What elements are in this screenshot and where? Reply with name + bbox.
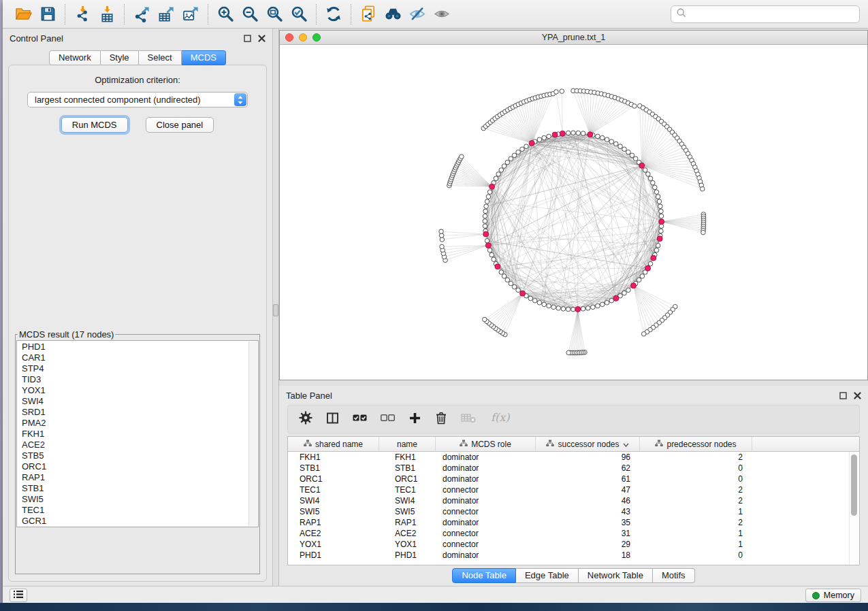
import-table-from-file-button[interactable] — [95, 3, 119, 26]
show-columns-button[interactable] — [326, 412, 339, 427]
zoom-out-button[interactable] — [238, 3, 262, 26]
mcds-result-item[interactable]: RAP1 — [22, 472, 258, 483]
float-table-panel-icon[interactable] — [839, 392, 847, 399]
mcds-result-item[interactable]: PHD1 — [22, 342, 258, 352]
tab-motifs[interactable]: Motifs — [653, 568, 695, 583]
mcds-result-item[interactable]: SWI5 — [22, 494, 258, 505]
table-row[interactable]: PHD1PHD1dominator180 — [288, 550, 859, 561]
mcds-result-item[interactable]: STB5 — [22, 450, 258, 461]
memory-button[interactable]: Memory — [805, 589, 861, 602]
column-label: name — [397, 440, 417, 449]
table-row[interactable]: STB1STB1dominator620 — [288, 463, 859, 474]
delete-column-button[interactable] — [435, 411, 447, 427]
task-history-button[interactable] — [10, 589, 27, 602]
horizontal-splitter[interactable] — [279, 380, 868, 386]
save-session-button[interactable] — [35, 3, 60, 26]
table-row[interactable]: YOX1YOX1connector291 — [288, 539, 859, 550]
column-header-successor-nodes[interactable]: successor nodes — [536, 437, 640, 451]
export-network-button[interactable] — [129, 3, 154, 26]
cell: 62 — [536, 463, 640, 473]
mcds-result-item[interactable]: ORC1 — [22, 461, 258, 472]
criterion-select[interactable]: largest connected component (undirected) — [27, 92, 248, 108]
cell: 47 — [536, 485, 640, 495]
search-input[interactable] — [690, 8, 854, 20]
search-field[interactable] — [671, 5, 860, 23]
tab-edge-table[interactable]: Edge Table — [516, 568, 579, 583]
window-zoom-button[interactable] — [312, 33, 321, 42]
tab-mcds[interactable]: MCDS — [182, 50, 226, 65]
table-row[interactable]: RAP1RAP1dominator352 — [288, 517, 859, 528]
mcds-result-item[interactable]: TID3 — [22, 374, 258, 385]
splitter-grip[interactable] — [273, 304, 278, 316]
tab-network[interactable]: Network — [49, 50, 101, 65]
show-all-hidden-button[interactable] — [430, 3, 454, 26]
run-mcds-button[interactable]: Run MCDS — [61, 117, 128, 133]
mcds-result-item[interactable]: YOX1 — [22, 385, 258, 396]
select-all-rows-button[interactable] — [353, 413, 367, 425]
export-table-button[interactable] — [154, 3, 178, 26]
table-scrollbar[interactable] — [849, 452, 858, 564]
tab-select[interactable]: Select — [139, 50, 182, 65]
scrollbar-thumb[interactable] — [851, 455, 857, 516]
control-panel-titlebar: Control Panel — [3, 29, 272, 46]
cell: 2 — [640, 452, 752, 462]
deselect-all-rows-button[interactable] — [381, 413, 395, 425]
close-panel-icon[interactable] — [258, 35, 266, 42]
mcds-result-item[interactable]: SRD1 — [22, 407, 258, 418]
network-canvas[interactable] — [280, 45, 867, 380]
window-close-button[interactable] — [285, 33, 293, 42]
table-row[interactable]: TEC1TEC1connector472 — [288, 484, 859, 495]
close-panel-button[interactable]: Close panel — [146, 117, 214, 133]
open-file-button[interactable] — [11, 3, 35, 26]
main-toolbar — [3, 0, 868, 29]
create-column-button[interactable] — [408, 412, 421, 427]
cell: ORC1 — [288, 474, 379, 484]
table-row[interactable]: ACE2ACE2connector311 — [288, 528, 859, 539]
mcds-result-item[interactable]: TEC1 — [22, 505, 258, 516]
mcds-result-item[interactable]: CAR1 — [22, 352, 258, 363]
close-table-panel-icon[interactable] — [854, 392, 861, 399]
clone-network-button[interactable] — [356, 3, 381, 26]
tab-node-table[interactable]: Node Table — [452, 568, 516, 583]
zoom-fit-content-button[interactable] — [262, 3, 287, 26]
result-list-scrollbar[interactable] — [248, 342, 257, 526]
tab-network-table[interactable]: Network Table — [579, 568, 653, 583]
import-network-from-file-button[interactable] — [70, 3, 95, 26]
table-row[interactable]: SWI5SWI5connector431 — [288, 506, 859, 517]
mcds-result-item[interactable]: FKH1 — [22, 429, 258, 440]
column-header-name[interactable]: name — [379, 437, 436, 451]
select-stepper-icon — [234, 93, 246, 106]
apply-preferred-layout-button[interactable] — [321, 3, 346, 26]
vertical-splitter[interactable] — [272, 29, 279, 586]
column-header-mcds-role[interactable]: MCDS role — [436, 437, 536, 451]
export-image-button[interactable] — [178, 3, 203, 26]
mcds-result-item[interactable]: PMA2 — [22, 418, 258, 429]
mcds-result-item[interactable]: GCR1 — [22, 516, 258, 527]
mcds-result-item[interactable]: SWI4 — [22, 396, 258, 407]
cell: 46 — [536, 496, 640, 506]
cell: dominator — [436, 474, 536, 484]
column-header-filler — [752, 437, 859, 451]
mcds-result-item[interactable]: STP4 — [22, 363, 258, 374]
mcds-result-item[interactable]: ACE2 — [22, 440, 258, 450]
tab-style[interactable]: Style — [101, 50, 139, 65]
mcds-result-item[interactable]: STB1 — [22, 483, 258, 494]
table-row[interactable]: ORC1ORC1dominator610 — [288, 474, 859, 484]
zoom-selected-region-button[interactable] — [287, 3, 311, 26]
first-neighbors-button[interactable] — [381, 3, 405, 26]
cell: connector — [436, 529, 536, 538]
network-graph[interactable] — [280, 45, 867, 380]
table-row[interactable]: SWI4SWI4dominator462 — [288, 495, 859, 506]
column-header-shared-name[interactable]: shared name — [288, 437, 379, 451]
table-settings-button[interactable] — [299, 411, 312, 427]
hide-selected-button[interactable] — [405, 3, 430, 26]
window-minimize-button[interactable] — [299, 33, 307, 42]
column-header-predecessor-nodes[interactable]: predecessor nodes — [640, 437, 752, 451]
zoom-in-button[interactable] — [213, 3, 238, 26]
table-panel-titlebar: Table Panel — [279, 386, 868, 403]
float-panel-icon[interactable] — [244, 35, 251, 42]
cell: 1 — [640, 540, 752, 549]
mcds-result-list[interactable]: PHD1CAR1STP4TID3YOX1SWI4SRD1PMA2FKH1ACE2… — [16, 340, 259, 527]
cell: dominator — [436, 550, 536, 560]
table-row[interactable]: FKH1FKH1dominator962 — [288, 452, 859, 463]
